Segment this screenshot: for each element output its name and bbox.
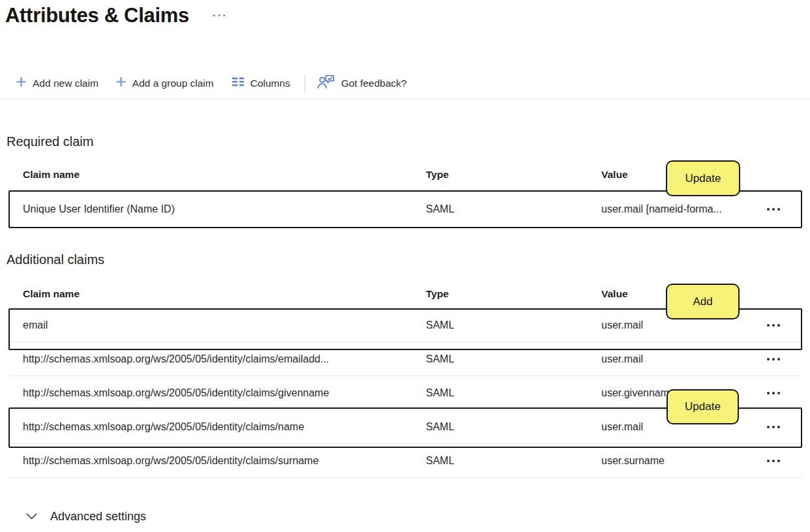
blade-more-icon[interactable]: ··· — [213, 9, 228, 22]
page-title: Attributes & Claims — [5, 4, 189, 27]
required-claim-table: Claim name Type Value Unique User Identi… — [8, 159, 802, 228]
table-row-surname[interactable]: http://schemas.xmlsoap.org/ws/2005/05/id… — [8, 444, 802, 478]
claim-value-cell: user.mail — [601, 319, 764, 331]
column-header-type: Type — [426, 169, 601, 181]
columns-button[interactable]: Columns — [227, 72, 295, 95]
additional-claims-table: Claim name Type Value email SAML user.ma… — [8, 280, 802, 478]
table-row-givenname[interactable]: http://schemas.xmlsoap.org/ws/2005/05/id… — [8, 376, 802, 410]
table-header-row: Claim name Type Value — [8, 280, 802, 308]
claim-value-cell: user.mail — [601, 353, 764, 365]
add-new-claim-label: Add new claim — [33, 78, 98, 89]
additional-claims-heading: Additional claims — [7, 252, 104, 267]
attributes-claims-blade: Attributes & Claims ··· Add new claim Ad… — [0, 0, 810, 532]
claim-type-cell: SAML — [426, 421, 601, 433]
advanced-settings-label: Advanced settings — [50, 510, 146, 524]
got-feedback-button[interactable]: Got feedback? — [312, 72, 412, 95]
claim-name-cell: http://schemas.xmlsoap.org/ws/2005/05/id… — [23, 421, 426, 433]
table-header-row: Claim name Type Value — [8, 159, 802, 190]
table-row-emailaddress[interactable]: http://schemas.xmlsoap.org/ws/2005/05/id… — [8, 342, 802, 376]
row-more-icon[interactable] — [764, 456, 783, 466]
claim-type-cell: SAML — [426, 319, 601, 331]
claim-type-cell: SAML — [426, 387, 601, 399]
plus-icon — [115, 76, 127, 90]
column-header-value: Value — [601, 169, 764, 181]
add-new-claim-button[interactable]: Add new claim — [10, 72, 104, 95]
table-row-nameid[interactable]: Unique User Identifier (Name ID) SAML us… — [8, 190, 802, 228]
claim-value-cell: user.mail [nameid-forma... — [601, 203, 764, 215]
plus-icon — [16, 76, 27, 90]
row-more-icon[interactable] — [764, 320, 783, 331]
claim-value-cell: user.mail — [601, 421, 764, 433]
claim-name-cell: Unique User Identifier (Name ID) — [23, 203, 426, 215]
claim-type-cell: SAML — [426, 353, 601, 365]
chevron-down-icon — [26, 511, 37, 523]
table-row-name[interactable]: http://schemas.xmlsoap.org/ws/2005/05/id… — [8, 410, 802, 444]
row-more-icon[interactable] — [764, 422, 783, 432]
row-more-icon[interactable] — [764, 354, 783, 364]
add-group-claim-label: Add a group claim — [132, 78, 214, 89]
claim-name-cell: http://schemas.xmlsoap.org/ws/2005/05/id… — [23, 387, 426, 399]
table-row-email[interactable]: email SAML user.mail — [8, 308, 802, 342]
command-bar: Add new claim Add a group claim Columns — [0, 68, 810, 99]
add-group-claim-button[interactable]: Add a group claim — [110, 72, 219, 95]
columns-icon — [232, 77, 245, 89]
advanced-settings-toggle[interactable]: Advanced settings — [26, 510, 146, 524]
claim-name-cell: email — [23, 319, 426, 331]
claim-name-cell: http://schemas.xmlsoap.org/ws/2005/05/id… — [23, 353, 426, 365]
got-feedback-label: Got feedback? — [341, 78, 407, 89]
column-header-claim-name: Claim name — [23, 288, 426, 300]
columns-label: Columns — [250, 78, 290, 89]
column-header-claim-name: Claim name — [23, 169, 426, 181]
claim-type-cell: SAML — [426, 203, 601, 215]
claim-value-cell: user.givenname — [601, 387, 764, 399]
column-header-value: Value — [601, 288, 764, 300]
feedback-icon — [317, 74, 335, 92]
claim-value-cell: user.surname — [601, 455, 764, 467]
row-more-icon[interactable] — [764, 388, 783, 398]
toolbar-divider — [305, 74, 305, 93]
column-header-type: Type — [426, 288, 601, 300]
claim-type-cell: SAML — [426, 455, 601, 467]
claim-name-cell: http://schemas.xmlsoap.org/ws/2005/05/id… — [23, 455, 426, 467]
required-claim-heading: Required claim — [7, 134, 93, 149]
row-more-icon[interactable] — [764, 204, 783, 214]
